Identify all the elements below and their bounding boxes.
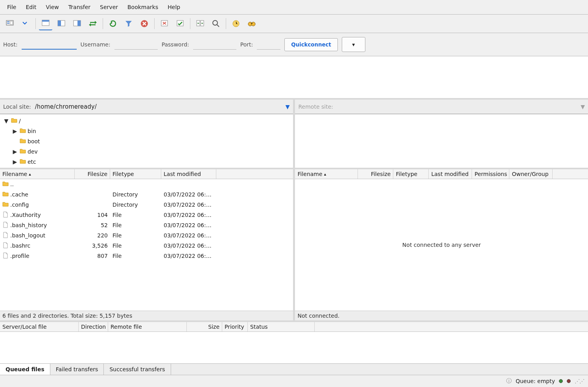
remote-col-modified[interactable]: Last modified (429, 169, 472, 179)
file-size (75, 183, 110, 185)
remote-tree[interactable] (295, 114, 588, 169)
resize-grip-icon[interactable]: ⋰⋰ (575, 378, 584, 384)
list-item[interactable]: .configDirectory03/07/2022 06:3… (0, 200, 293, 210)
remote-site-label: Remote site: (298, 104, 333, 110)
port-input[interactable] (257, 39, 280, 50)
split-panes: Local site: ▼ ▼/▶binboot▶dev▶etc Filenam… (0, 100, 588, 320)
toggle-log-button[interactable] (39, 17, 52, 30)
list-item[interactable]: .. (0, 179, 293, 189)
cancel-icon (140, 19, 149, 28)
queue-col-server[interactable]: Server/Local file (0, 322, 79, 331)
toggle-local-tree-button[interactable] (55, 17, 68, 30)
toolbar-separator (190, 18, 190, 29)
tree-item[interactable]: ▶etc (1, 157, 292, 167)
local-col-filename[interactable]: Filename ▴ (0, 169, 75, 179)
menu-bookmarks[interactable]: Bookmarks (123, 2, 163, 13)
local-col-modified[interactable]: Last modified (161, 169, 216, 179)
username-input[interactable] (114, 39, 158, 50)
file-name: .bash_history (10, 222, 47, 228)
process-queue-button[interactable] (122, 17, 135, 30)
queue-tabs: Queued files Failed transfers Successful… (0, 363, 588, 375)
tab-queued[interactable]: Queued files (0, 364, 50, 375)
remote-site-dropdown[interactable]: ▼ (581, 104, 585, 110)
toggle-remote-tree-button[interactable] (70, 17, 84, 30)
tab-failed[interactable]: Failed transfers (50, 364, 104, 375)
queue-col-direction[interactable]: Direction (79, 322, 108, 331)
disconnect-icon (160, 19, 169, 28)
local-col-filetype[interactable]: Filetype (110, 169, 161, 179)
file-icon (2, 242, 9, 250)
cancel-button[interactable] (138, 17, 151, 30)
password-input[interactable] (193, 39, 236, 50)
site-dropdown-button[interactable] (19, 17, 32, 30)
queue-col-status[interactable]: Status (248, 322, 315, 331)
auto-button[interactable] (229, 17, 243, 30)
queue-body[interactable] (0, 332, 588, 363)
menu-server[interactable]: Server (95, 2, 123, 13)
menu-help[interactable]: Help (163, 2, 185, 13)
host-label: Host: (3, 41, 18, 48)
tree-item[interactable]: ▶dev (1, 146, 292, 157)
list-item[interactable]: .bash_history52File03/07/2022 06:2… (0, 220, 293, 230)
tree-expander[interactable]: ▼ (3, 118, 9, 124)
toolbar (0, 15, 588, 33)
menu-view[interactable]: View (41, 2, 64, 13)
remote-col-filesize[interactable]: Filesize (358, 169, 393, 179)
tree-item-label: dev (28, 148, 38, 155)
tree-item[interactable]: ▼/ (1, 116, 292, 126)
list-item[interactable]: .bash_logout220File03/07/2022 06:1… (0, 230, 293, 241)
local-site-input[interactable] (35, 102, 282, 111)
file-type (110, 183, 161, 185)
local-list-body[interactable]: ...cacheDirectory03/07/2022 06:3….config… (0, 179, 293, 311)
remote-file-list: Filename ▴ Filesize Filetype Last modifi… (295, 169, 588, 311)
find-files-button[interactable] (245, 17, 258, 30)
search-filter-button[interactable] (209, 17, 223, 30)
queue-col-remote[interactable]: Remote file (108, 322, 187, 331)
list-item[interactable]: .bashrc3,526File03/07/2022 06:1… (0, 241, 293, 251)
file-modified: 03/07/2022 06:1… (161, 252, 216, 260)
remote-col-filetype[interactable]: Filetype (393, 169, 429, 179)
tree-expander[interactable]: ▶ (12, 148, 18, 155)
tree-item[interactable]: boot (1, 136, 292, 146)
local-tree[interactable]: ▼/▶binboot▶dev▶etc (0, 114, 293, 169)
remote-site-input[interactable] (337, 102, 577, 111)
remote-col-filename[interactable]: Filename ▴ (295, 169, 358, 179)
remote-col-permissions[interactable]: Permissions (472, 169, 509, 179)
tree-expander[interactable]: ▶ (12, 128, 18, 134)
menu-edit[interactable]: Edit (21, 2, 41, 13)
menu-file[interactable]: File (2, 2, 21, 13)
file-type: File (110, 211, 161, 219)
local-col-filesize[interactable]: Filesize (75, 169, 110, 179)
disconnect-button[interactable] (158, 17, 171, 30)
remote-list-header: Filename ▴ Filesize Filetype Last modifi… (295, 169, 588, 179)
help-icon[interactable]: ⓘ (506, 378, 512, 385)
tree-expander[interactable]: ▶ (12, 159, 18, 165)
toolbar-separator (103, 18, 103, 29)
list-item[interactable]: .cacheDirectory03/07/2022 06:3… (0, 189, 293, 200)
reconnect-button[interactable] (173, 17, 187, 30)
quickconnect-history-button[interactable]: ▾ (342, 37, 365, 52)
tree-item-label: bin (28, 128, 36, 134)
list-item[interactable]: .Xauthority104File03/07/2022 06:1… (0, 210, 293, 220)
menu-transfer[interactable]: Transfer (64, 2, 95, 13)
tab-success[interactable]: Successful transfers (104, 364, 171, 375)
queue-col-size[interactable]: Size (187, 322, 222, 331)
local-site-dropdown[interactable]: ▼ (286, 104, 290, 110)
site-manager-button[interactable] (3, 17, 17, 30)
host-input[interactable] (22, 39, 77, 50)
tree-item[interactable]: ▶bin (1, 126, 292, 136)
toggle-queue-button[interactable] (86, 17, 100, 30)
remote-empty-message: Not connected to any server (295, 179, 588, 311)
file-icon (2, 252, 9, 260)
remote-col-owner[interactable]: Owner/Group (509, 169, 553, 179)
message-log[interactable] (0, 56, 588, 100)
filter-icon (124, 19, 133, 28)
menubar: File Edit View Transfer Server Bookmarks… (0, 0, 588, 15)
statusbar: ⓘ Queue: empty ⋰⋰ (0, 375, 588, 387)
quickconnect-button[interactable]: Quickconnect (284, 38, 338, 51)
refresh-button[interactable] (106, 17, 120, 30)
queue-col-priority[interactable]: Priority (222, 322, 248, 331)
file-name: .profile (10, 253, 29, 259)
compare-button[interactable] (194, 17, 207, 30)
list-item[interactable]: .profile807File03/07/2022 06:1… (0, 251, 293, 261)
